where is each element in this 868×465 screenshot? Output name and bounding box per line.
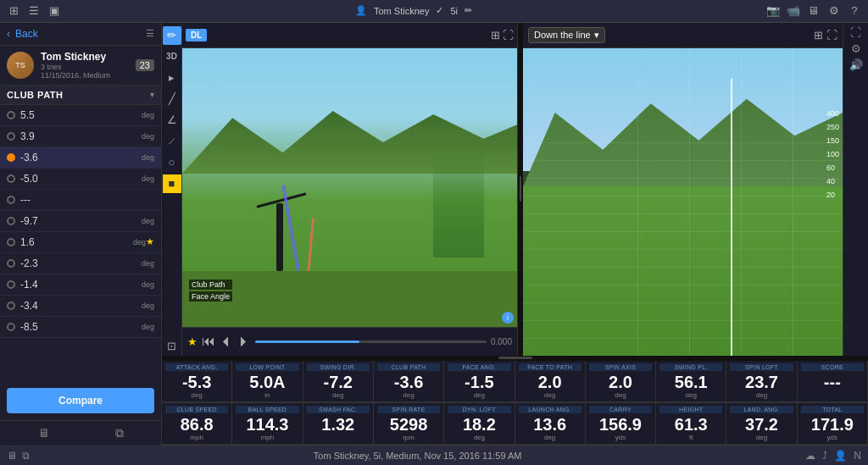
cloud-icon[interactable]: ☁ bbox=[805, 450, 815, 462]
cp-item-8[interactable]: -1.4deg bbox=[0, 274, 161, 296]
view-dropdown[interactable]: Down the line ▾ bbox=[528, 27, 605, 43]
distance-400: 400 bbox=[826, 109, 839, 118]
stat-label-2: SWING DIR. bbox=[307, 363, 370, 371]
stat-unit-7: deg bbox=[659, 391, 722, 399]
help-icon[interactable]: ? bbox=[848, 4, 861, 18]
cp-item-1[interactable]: 3.9deg bbox=[0, 126, 161, 147]
stat-unit-r2-3: rpm bbox=[377, 434, 440, 441]
grid-icon[interactable]: ⊞ bbox=[7, 4, 20, 18]
back-button[interactable]: Back bbox=[15, 28, 38, 40]
stat-cell-row2-6: CARRY156.9yds bbox=[586, 403, 656, 445]
expand-icon[interactable]: ⛶ bbox=[503, 29, 514, 42]
line-tool[interactable]: ╱ bbox=[163, 90, 181, 108]
user-bottom-icon[interactable]: 👤 bbox=[834, 450, 847, 462]
grid-rows bbox=[523, 125, 843, 356]
stat-label-r2-2: SMASH FAC. bbox=[307, 406, 370, 413]
layers-bottom-icon[interactable]: ⧉ bbox=[22, 450, 30, 462]
cp-item-5[interactable]: -9.7deg bbox=[0, 211, 161, 232]
top-bar-left: ⊞ ☰ ▣ bbox=[7, 4, 61, 18]
distance-40: 40 bbox=[826, 177, 839, 185]
back-arrow-icon[interactable]: ‹ bbox=[7, 28, 10, 40]
3d-tool[interactable]: 3D bbox=[163, 47, 181, 66]
frame-tool[interactable]: ⊡ bbox=[163, 337, 181, 356]
stat-value-r2-8: 37.2 bbox=[730, 416, 793, 433]
center-right: ✏ 3D ▸ ╱ ∠ ⟋ ○ ■ ⊡ DL bbox=[162, 23, 868, 446]
section-header[interactable]: CLUB PATH ▾ bbox=[0, 86, 161, 105]
stat-value-r2-9: 171.9 bbox=[801, 416, 864, 433]
distance-markers: 400250150100604020 bbox=[826, 109, 839, 199]
cp-item-9[interactable]: -3.4deg bbox=[0, 296, 161, 317]
play-start-button[interactable]: ⏮ bbox=[202, 334, 215, 349]
timestamp: 0.000 bbox=[491, 337, 512, 346]
stat-cell-row2-3: SPIN RATE5298rpm bbox=[374, 403, 444, 445]
cp-unit-6: deg bbox=[133, 238, 146, 246]
scrubber[interactable] bbox=[255, 340, 487, 343]
network-icon[interactable]: N bbox=[854, 450, 861, 462]
stat-label-r2-1: BALL SPEED bbox=[236, 406, 298, 413]
monitor-bottom-icon[interactable]: 🖥 bbox=[7, 450, 17, 462]
video-icon[interactable]: 📹 bbox=[787, 4, 800, 18]
monitor-icon[interactable]: 🖥 bbox=[38, 426, 50, 440]
stats-row-1: ATTACK ANG.-5.3degLOW POINT5.0AinSWING D… bbox=[162, 361, 868, 403]
layers-icon[interactable]: ⧉ bbox=[115, 426, 124, 440]
slash-tool[interactable]: ⟋ bbox=[163, 132, 181, 151]
cp-value-0: 5.5 bbox=[20, 109, 142, 121]
stat-unit-r2-1: mph bbox=[236, 434, 298, 441]
angle-tool[interactable]: ∠ bbox=[163, 111, 181, 130]
circle-tool[interactable]: ○ bbox=[163, 153, 181, 172]
cp-item-2[interactable]: -3.6deg bbox=[0, 147, 161, 169]
cp-item-7[interactable]: -2.3deg bbox=[0, 253, 161, 274]
user-sub: 3 tries bbox=[41, 63, 129, 71]
cp-value-8: -1.4 bbox=[20, 279, 142, 291]
cp-dot-5 bbox=[7, 217, 15, 225]
stat-label-4: FACE ANG. bbox=[448, 363, 510, 371]
cp-value-3: -5.0 bbox=[20, 173, 142, 185]
sim-grid-icon[interactable]: ⊞ bbox=[814, 29, 823, 42]
compare-button[interactable]: Compare bbox=[7, 388, 154, 413]
distance-60: 60 bbox=[826, 163, 839, 172]
stat-value-r2-0: 86.8 bbox=[165, 416, 228, 433]
divider-handle bbox=[520, 176, 521, 202]
stat-label-0: ATTACK ANG. bbox=[165, 363, 228, 371]
prev-frame-button[interactable]: ⏴ bbox=[220, 334, 233, 349]
hamburger-icon[interactable]: ☰ bbox=[146, 28, 154, 39]
camera-icon[interactable]: 📷 bbox=[766, 4, 780, 18]
screen-icon[interactable]: 🖥 bbox=[807, 4, 821, 18]
ball-path-line bbox=[731, 79, 732, 356]
avatar: TS bbox=[7, 52, 34, 79]
square-tool[interactable]: ■ bbox=[163, 174, 181, 193]
session-badge: 23 bbox=[136, 59, 154, 71]
expand-right-icon[interactable]: ⛶ bbox=[850, 26, 861, 39]
pencil-tool[interactable]: ✏ bbox=[163, 26, 181, 45]
info-icon[interactable]: i bbox=[502, 312, 514, 324]
simulation-view: 400250150100604020 bbox=[523, 48, 843, 356]
list-icon[interactable]: ☰ bbox=[27, 4, 41, 18]
volume-icon[interactable]: 🔊 bbox=[849, 58, 863, 71]
video-sim-row: ✏ 3D ▸ ╱ ∠ ⟋ ○ ■ ⊡ DL bbox=[162, 23, 868, 356]
status-text: Tom Stickney, 5i, Medium, Nov 15, 2016 1… bbox=[30, 451, 805, 461]
stat-value-6: 2.0 bbox=[589, 374, 652, 390]
stat-unit-1: in bbox=[236, 391, 298, 399]
stat-cell-row2-2: SMASH FAC.1.32 bbox=[303, 403, 374, 445]
stat-label-7: SWING PL. bbox=[659, 363, 722, 371]
next-frame-button[interactable]: ⏵ bbox=[237, 334, 251, 349]
cursor-tool[interactable]: ▸ bbox=[163, 69, 181, 87]
settings-icon[interactable]: ⚙ bbox=[827, 4, 841, 18]
stat-unit-r2-0: mph bbox=[165, 434, 228, 441]
star-button[interactable]: ★ bbox=[187, 335, 198, 348]
stat-cell-row2-1: BALL SPEED114.3mph bbox=[232, 403, 303, 445]
cp-item-3[interactable]: -5.0deg bbox=[0, 169, 161, 190]
dropdown-arrow-icon: ▾ bbox=[594, 30, 599, 41]
gear-right-icon[interactable]: ⚙ bbox=[851, 42, 861, 55]
cp-item-6[interactable]: 1.6deg★ bbox=[0, 232, 161, 253]
share-icon[interactable]: ⤴ bbox=[822, 450, 827, 462]
cp-item-0[interactable]: 5.5deg bbox=[0, 105, 161, 126]
cp-item-10[interactable]: -8.5deg bbox=[0, 317, 161, 338]
sim-expand-icon[interactable]: ⛶ bbox=[826, 29, 837, 42]
top-bar: ⊞ ☰ ▣ 👤 Tom Stickney ✓ 5i ✏ 📷 📹 🖥 ⚙ ? bbox=[0, 0, 868, 23]
top-bar-right: 📷 📹 🖥 ⚙ ? bbox=[766, 4, 861, 18]
sidebar-header: ‹ Back ☰ bbox=[0, 23, 161, 46]
grid-view-icon[interactable]: ⊞ bbox=[491, 29, 500, 42]
cp-item-4[interactable]: --- bbox=[0, 190, 161, 211]
window-icon[interactable]: ▣ bbox=[47, 4, 61, 18]
